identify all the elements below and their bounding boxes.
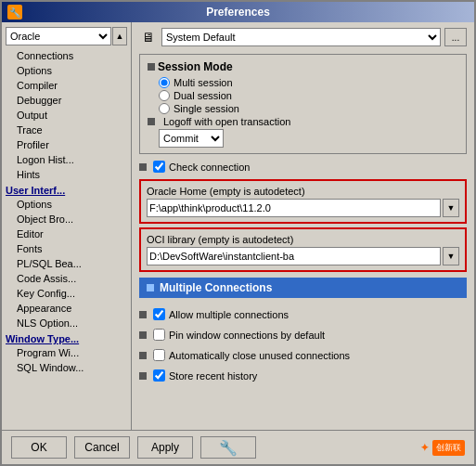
auto-close-label: Automatically close unused connections xyxy=(169,350,350,361)
pin-window-row[interactable]: Pin window connections by default xyxy=(139,326,467,343)
footer-logo: ✦ 创新联 xyxy=(420,440,465,456)
sidebar: Oracle Other ▲ Connections Options Compi… xyxy=(2,22,132,430)
store-history-checkbox[interactable] xyxy=(153,369,165,382)
sidebar-item-profiler[interactable]: Profiler xyxy=(2,137,131,152)
window-icon: 🔧 xyxy=(7,5,22,19)
oracle-home-label: Oracle Home (empty is autodetect) xyxy=(147,186,459,197)
sidebar-item-options[interactable]: Options xyxy=(2,63,131,78)
sidebar-item-fonts[interactable]: Fonts xyxy=(2,241,131,256)
sidebar-item-nls[interactable]: NLS Option... xyxy=(2,316,131,330)
window-title: Preferences xyxy=(206,6,270,19)
sidebar-item-output[interactable]: Output xyxy=(2,108,131,123)
oci-library-dropdown-btn[interactable]: ▼ xyxy=(443,247,459,265)
footer: OK Cancel Apply 🔧 ✦ 创新联 xyxy=(2,430,474,464)
sidebar-item-object-browser[interactable]: Object Bro... xyxy=(2,212,131,227)
radio-dual-session[interactable]: Dual session xyxy=(159,90,458,101)
title-bar: 🔧 Preferences xyxy=(2,2,474,22)
multiple-connections-dot xyxy=(147,284,154,291)
check-connection-row: Check connection xyxy=(139,158,467,175)
pin-window-indicator xyxy=(139,331,147,339)
logoff-select[interactable]: Commit Rollback Ask xyxy=(159,129,224,148)
sidebar-item-trace[interactable]: Trace xyxy=(2,123,131,137)
allow-multiple-indicator xyxy=(139,311,147,318)
ok-button[interactable]: OK xyxy=(11,436,67,459)
oracle-home-dropdown-btn[interactable]: ▼ xyxy=(443,199,459,217)
auto-close-row[interactable]: Automatically close unused connections xyxy=(139,346,467,364)
oracle-home-input-row: ▼ xyxy=(147,199,459,217)
store-history-label: Store recent history xyxy=(169,370,257,382)
radio-single-session-input[interactable] xyxy=(159,103,170,114)
sidebar-item-connections[interactable]: Connections xyxy=(2,48,131,63)
radio-dual-session-input[interactable] xyxy=(159,90,170,101)
radio-multi-session[interactable]: Multi session xyxy=(159,77,458,88)
oracle-home-input[interactable] xyxy=(147,199,441,217)
session-indicator xyxy=(148,63,155,71)
check-connection-checkbox[interactable] xyxy=(153,161,165,173)
logo-text: ✦ xyxy=(420,442,429,454)
sidebar-item-compiler[interactable]: Compiler xyxy=(2,78,131,93)
sidebar-header-window-types: Window Type... xyxy=(2,330,131,345)
sidebar-item-sql-window[interactable]: SQL Window... xyxy=(2,360,131,375)
multiple-connections-header: Multiple Connections xyxy=(139,278,467,298)
profile-menu-button[interactable]: ... xyxy=(444,28,467,46)
logoff-indicator xyxy=(148,118,155,125)
multiple-connections-checkboxes: Allow multiple connections Pin window co… xyxy=(139,304,467,386)
check-connection-label: Check connection xyxy=(169,162,250,173)
oci-library-label: OCI library (empty is autodetect) xyxy=(147,234,459,245)
allow-multiple-label: Allow multiple connections xyxy=(169,309,289,320)
help-button[interactable]: 🔧 xyxy=(200,436,256,459)
apply-button[interactable]: Apply xyxy=(137,436,193,459)
store-history-indicator xyxy=(139,372,147,380)
sidebar-item-plsql[interactable]: PL/SQL Bea... xyxy=(2,256,131,271)
oracle-home-block: Oracle Home (empty is autodetect) ▼ xyxy=(139,179,467,224)
profile-icon: 🖥 xyxy=(139,28,158,46)
auto-close-indicator xyxy=(139,352,147,359)
radio-single-session[interactable]: Single session xyxy=(159,103,458,114)
radio-multi-session-input[interactable] xyxy=(159,77,170,88)
content-area: 🖥 System Default ... Session Mode Multi … xyxy=(132,22,474,430)
sidebar-item-ui-options[interactable]: Options xyxy=(2,197,131,212)
session-mode-title: Session Mode xyxy=(148,60,458,73)
allow-multiple-checkbox[interactable] xyxy=(153,308,165,320)
logoff-label: Logoff with open transaction xyxy=(163,116,290,127)
sidebar-item-logon-history[interactable]: Logon Hist... xyxy=(2,152,131,167)
sidebar-scroll-up[interactable]: ▲ xyxy=(112,27,127,45)
multiple-connections-title: Multiple Connections xyxy=(160,281,272,294)
sidebar-item-debugger[interactable]: Debugger xyxy=(2,93,131,108)
pin-window-checkbox[interactable] xyxy=(153,329,165,341)
sidebar-category-row: Oracle Other ▲ xyxy=(6,27,127,45)
check-connection-indicator xyxy=(139,163,147,171)
sidebar-item-editor[interactable]: Editor xyxy=(2,227,131,241)
sidebar-header-user-interface: User Interf... xyxy=(2,182,131,197)
profile-select[interactable]: System Default xyxy=(161,28,441,46)
cancel-button[interactable]: Cancel xyxy=(74,436,130,459)
logo-badge: 创新联 xyxy=(432,440,465,456)
sidebar-item-program-window[interactable]: Program Wi... xyxy=(2,345,131,360)
oci-library-block: OCI library (empty is autodetect) ▼ xyxy=(139,227,467,272)
sidebar-item-key-config[interactable]: Key Config... xyxy=(2,286,131,301)
store-history-row[interactable]: Store recent history xyxy=(139,367,467,384)
profile-bar: 🖥 System Default ... xyxy=(139,28,467,46)
sidebar-item-appearance[interactable]: Appearance xyxy=(2,301,131,316)
logoff-row: Logoff with open transaction xyxy=(148,116,458,127)
preferences-window: 🔧 Preferences Oracle Other ▲ Connections… xyxy=(0,0,476,466)
auto-close-checkbox[interactable] xyxy=(153,349,165,361)
sidebar-item-hints[interactable]: Hints xyxy=(2,167,131,182)
allow-multiple-row[interactable]: Allow multiple connections xyxy=(139,305,467,323)
oci-library-input[interactable] xyxy=(147,247,441,265)
sidebar-item-code-assist[interactable]: Code Assis... xyxy=(2,271,131,286)
session-mode-radios: Multi session Dual session Single sessio… xyxy=(159,77,458,114)
oci-library-input-row: ▼ xyxy=(147,247,459,265)
sidebar-category-select[interactable]: Oracle Other xyxy=(6,27,111,45)
pin-window-label: Pin window connections by default xyxy=(169,330,325,341)
session-mode-block: Session Mode Multi session Dual session … xyxy=(139,54,467,154)
main-area: Oracle Other ▲ Connections Options Compi… xyxy=(2,22,474,430)
